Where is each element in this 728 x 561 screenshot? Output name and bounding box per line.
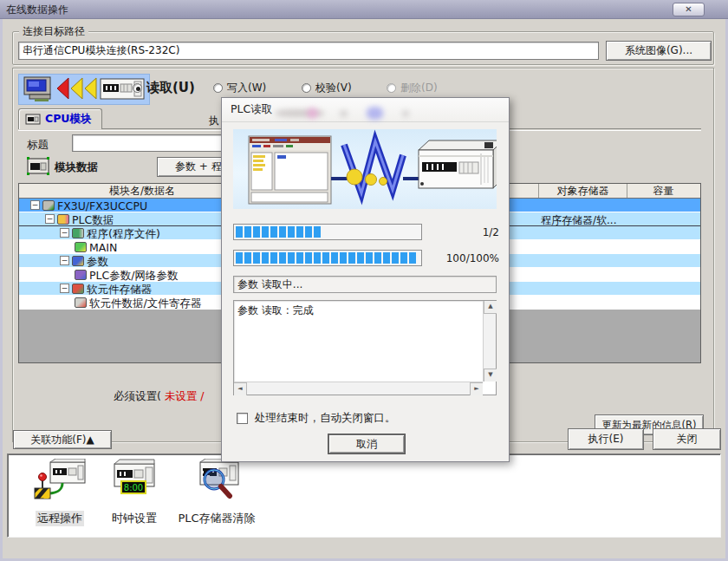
device-data-icon xyxy=(75,297,87,308)
progress-bar-percent xyxy=(233,250,422,266)
radio-circle-icon xyxy=(387,83,396,93)
progress-segment xyxy=(305,226,312,238)
progress-segment xyxy=(374,226,381,238)
progress-segment xyxy=(236,252,243,264)
progress-segment xyxy=(357,226,364,238)
progress-segment xyxy=(322,252,329,264)
progress-segment xyxy=(305,252,312,264)
checkbox-icon[interactable] xyxy=(237,413,248,424)
horizontal-scrollbar[interactable]: ◄ ► xyxy=(234,382,483,395)
tab-cpu-module-label: CPU模块 xyxy=(45,112,92,127)
collapse-icon[interactable]: − xyxy=(60,284,69,293)
scroll-left-icon[interactable]: ◄ xyxy=(234,382,247,395)
progress-segment xyxy=(331,226,338,238)
progress-segment xyxy=(253,226,260,238)
redacted-text-blur xyxy=(367,107,383,120)
scroll-right-icon[interactable]: ► xyxy=(470,382,483,395)
log-box[interactable]: 参数 读取 : 完成 ▲ ▼ ◄ ► xyxy=(233,300,497,395)
mode-radio-0[interactable]: 读取(U) xyxy=(133,80,195,95)
shortcut-plc-memory-clear-label: PLC存储器清除 xyxy=(178,511,255,526)
progress-segment xyxy=(400,252,407,264)
window-border xyxy=(0,19,3,558)
tree-node-label: FX3U/FX3UCCPU xyxy=(57,199,147,212)
header-target-memory[interactable]: 对象存储器 xyxy=(539,184,627,198)
plc-parameter-icon xyxy=(75,270,87,280)
progress-segment xyxy=(296,252,303,264)
status-field: 参数 读取中... xyxy=(233,276,497,293)
transfer-direction-graphic xyxy=(18,74,150,105)
radio-label: 读取(U) xyxy=(146,80,195,96)
progress-segment xyxy=(331,252,338,264)
pc-to-plc-transfer-icon xyxy=(233,129,497,209)
parameter-folder-icon xyxy=(72,256,84,266)
mode-radio-2[interactable]: 校验(V) xyxy=(302,80,352,95)
collapse-icon[interactable]: − xyxy=(60,256,69,265)
progress-segment xyxy=(288,252,295,264)
related-functions-button[interactable]: 关联功能(F)▲ xyxy=(13,430,112,449)
progress-segment xyxy=(409,226,416,238)
module-data-icon xyxy=(27,157,50,179)
tab-cpu-module[interactable]: CPU模块 xyxy=(18,108,102,129)
progress-files-value: 1/2 xyxy=(428,226,499,238)
radio-label: 删除(D) xyxy=(400,81,438,95)
progress-segment xyxy=(383,252,390,264)
execute-button[interactable]: 执行(E) xyxy=(568,428,644,450)
cancel-button[interactable]: 取消 xyxy=(328,434,405,453)
connection-path-field[interactable]: 串行通信CPU模块连接(RS-232C) xyxy=(18,42,599,60)
titlebar: 在线数据操作 ✕ xyxy=(0,0,728,19)
dialog-titlebar: PLC读取 xyxy=(222,98,509,122)
collapse-icon[interactable]: − xyxy=(30,200,40,210)
redacted-text-blur xyxy=(402,110,409,117)
plc-memory-clear-icon xyxy=(188,459,245,506)
shortcut-remote-operation[interactable]: 远程操作 xyxy=(23,459,96,526)
scroll-down-icon[interactable]: ▼ xyxy=(484,369,497,382)
progress-segment xyxy=(383,226,390,238)
shortcut-clock-setting[interactable]: 8:00 时钟设置 xyxy=(98,459,171,526)
partial-label-exec: 执 xyxy=(209,114,219,128)
mode-radio-1[interactable]: 写入(W) xyxy=(213,80,266,95)
progress-segment xyxy=(322,226,329,238)
progress-segment xyxy=(374,252,381,264)
close-window-button[interactable]: 关闭 xyxy=(653,428,721,450)
progress-segment xyxy=(348,226,355,238)
related-functions-panel: 远程操作 8:00 时钟设置 xyxy=(7,453,721,538)
system-image-button[interactable]: 系统图像(G)... xyxy=(606,41,712,61)
title-label: 标题 xyxy=(27,138,49,153)
progress-segment xyxy=(392,226,399,238)
progress-segment xyxy=(244,226,251,238)
progress-segment xyxy=(270,226,277,238)
progress-segment xyxy=(340,226,347,238)
progress-segment xyxy=(270,252,277,264)
collapse-icon[interactable]: − xyxy=(45,214,55,224)
progress-segment xyxy=(262,226,269,238)
window-title: 在线数据操作 xyxy=(6,3,68,17)
vertical-scrollbar[interactable]: ▲ ▼ xyxy=(483,301,496,382)
progress-bar-files xyxy=(233,224,422,240)
radio-circle-icon xyxy=(213,83,223,93)
required-setting-note: 必须设置( 未设置 / xyxy=(114,389,205,404)
progress-segment xyxy=(244,252,251,264)
progress-segment xyxy=(366,226,373,238)
title-input[interactable] xyxy=(72,134,245,152)
shortcut-clock-setting-label: 时钟设置 xyxy=(112,511,157,526)
scroll-up-icon[interactable]: ▲ xyxy=(484,301,497,314)
required-setting-text: 必须设置( xyxy=(114,389,161,402)
remote-operation-icon xyxy=(33,459,87,506)
auto-close-checkbox[interactable]: 处理结束时，自动关闭窗口。 xyxy=(237,411,396,426)
close-button[interactable]: ✕ xyxy=(673,3,705,16)
clock-display: 8:00 xyxy=(124,483,143,493)
progress-segment xyxy=(262,252,269,264)
header-capacity[interactable]: 容量 xyxy=(627,184,699,198)
shortcut-plc-memory-clear[interactable]: PLC存储器清除 xyxy=(169,459,264,526)
progress-segment xyxy=(392,252,399,264)
radio-label: 写入(W) xyxy=(227,81,266,95)
radio-circle-icon xyxy=(133,83,142,93)
connection-path-group: 连接目标路径 串行通信CPU模块连接(RS-232C) 系统图像(G)... xyxy=(12,31,714,65)
progress-segment xyxy=(288,226,295,238)
online-data-operation-window: 在线数据操作 ✕ 连接目标路径 串行通信CPU模块连接(RS-232C) 系统图… xyxy=(0,0,728,561)
device-memory-folder-icon xyxy=(72,284,84,294)
progress-segment xyxy=(253,252,260,264)
collapse-icon[interactable]: − xyxy=(60,228,69,238)
mode-radio-3[interactable]: 删除(D) xyxy=(387,80,438,95)
progress-segment xyxy=(314,252,321,264)
